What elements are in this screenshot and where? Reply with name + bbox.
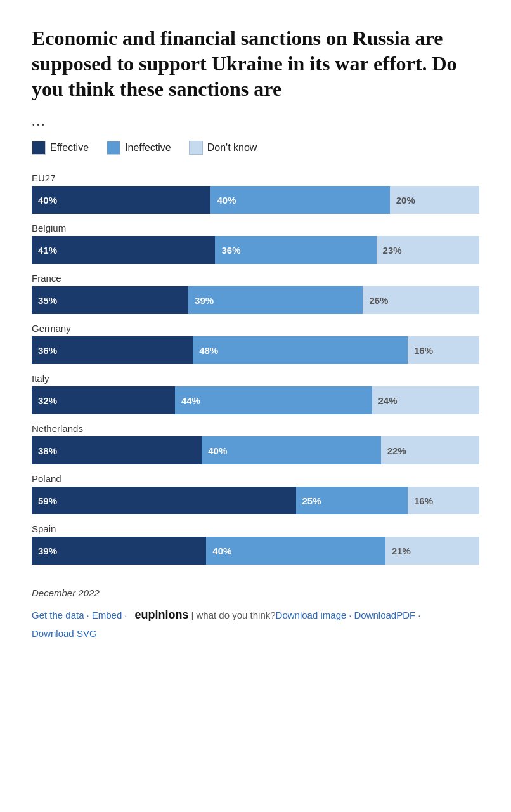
bar-dontknow-3: 16% [408,336,479,364]
brand-label: eupinions [134,605,188,625]
bar-row-4: 32%44%24% [32,386,479,414]
country-label-2: France [32,273,479,284]
download-svg-link[interactable]: Download SVG [32,625,97,642]
bar-ineffective-6: 25% [296,487,408,514]
bar-dontknow-1: 23% [377,236,479,264]
bar-ineffective-5: 40% [202,436,380,464]
bar-dontknow-7: 21% [385,537,479,565]
bar-row-6: 59%25%16% [32,487,479,514]
country-label-3: Germany [32,323,479,334]
country-label-1: Belgium [32,223,479,233]
sep3: · [349,606,351,624]
embed-link[interactable]: Embed [92,606,122,624]
bar-row-3: 36%48%16% [32,336,479,364]
country-label-4: Italy [32,373,479,384]
bar-effective-4: 32% [32,386,175,414]
bar-row-1: 41%36%23% [32,236,479,264]
chart-section-france: France35%39%26% [32,273,479,314]
legend-color-effective [32,141,46,155]
footer-links[interactable]: Get the data · Embed · eupinions | what … [32,605,479,642]
chart-container: EU2740%40%20%Belgium41%36%23%France35%39… [32,173,479,565]
bar-row-2: 35%39%26% [32,286,479,314]
legend-label-ineffective: Ineffective [125,142,171,154]
sep2: · [124,606,127,624]
country-label-7: Spain [32,523,479,534]
bar-dontknow-5: 22% [381,436,479,464]
get-data-link[interactable]: Get the data [32,606,84,624]
chart-title: Economic and financial sanctions on Russ… [32,25,479,102]
bar-effective-1: 41% [32,236,215,264]
bar-ineffective-7: 40% [206,537,385,565]
sep1: · [87,606,89,624]
bar-effective-2: 35% [32,286,188,314]
legend-color-dontknow [189,141,203,155]
download-image-link[interactable]: Download image [276,606,347,624]
legend-label-effective: Effective [50,142,89,154]
bar-row-7: 39%40%21% [32,537,479,565]
chart-section-netherlands: Netherlands38%40%22% [32,423,479,464]
bar-row-5: 38%40%22% [32,436,479,464]
legend-item-ineffective: Ineffective [107,141,171,155]
bar-ineffective-4: 44% [175,386,372,414]
bar-ineffective-1: 36% [215,236,376,264]
country-label-5: Netherlands [32,423,479,434]
chart-section-germany: Germany36%48%16% [32,323,479,364]
country-label-0: EU27 [32,173,479,183]
bar-dontknow-4: 24% [372,386,479,414]
country-label-6: Poland [32,473,479,484]
brand-tagline: | what do you think? [191,606,275,624]
legend-color-ineffective [107,141,120,155]
bar-ineffective-2: 39% [188,286,363,314]
bar-row-0: 40%40%20% [32,186,479,214]
bar-dontknow-0: 20% [390,186,479,214]
bar-effective-6: 59% [32,487,296,514]
chart-section-eu27: EU2740%40%20% [32,173,479,214]
download-pdf-link[interactable]: PDF [396,606,415,624]
ellipsis: ... [32,113,479,129]
chart-section-italy: Italy32%44%24% [32,373,479,414]
legend-item-dontknow: Don't know [189,141,257,155]
chart-section-spain: Spain39%40%21% [32,523,479,565]
legend-label-dontknow: Don't know [207,142,257,154]
footer-date: December 2022 [32,587,479,598]
bar-dontknow-6: 16% [408,487,479,514]
bar-effective-0: 40% [32,186,210,214]
sep4: · [418,606,420,624]
footer: December 2022 Get the data · Embed · eup… [32,587,479,642]
legend-item-effective: Effective [32,141,89,155]
bar-ineffective-3: 48% [193,336,408,364]
bar-dontknow-2: 26% [363,286,479,314]
bar-effective-7: 39% [32,537,206,565]
bar-ineffective-0: 40% [210,186,389,214]
bar-effective-5: 38% [32,436,202,464]
bar-effective-3: 36% [32,336,193,364]
download-link[interactable]: Download [354,606,397,624]
chart-section-poland: Poland59%25%16% [32,473,479,514]
chart-section-belgium: Belgium41%36%23% [32,223,479,264]
legend: Effective Ineffective Don't know [32,141,479,155]
